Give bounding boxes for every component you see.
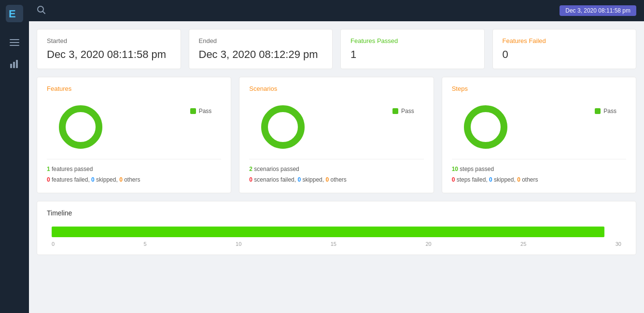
scenarios-pass-dot <box>392 108 398 114</box>
svg-point-8 <box>38 6 43 12</box>
scenarios-pass-label: Pass <box>401 108 414 114</box>
scenarios-legend: Pass <box>392 103 414 114</box>
chart-icon[interactable] <box>10 59 19 71</box>
timeline-card: Timeline 0 5 10 15 20 25 30 <box>37 201 636 255</box>
svg-rect-3 <box>10 42 19 43</box>
main-wrapper: Dec 3, 2020 08:11:58 pm Started Dec 3, 2… <box>29 0 644 313</box>
svg-point-15 <box>476 117 495 137</box>
steps-legend: Pass <box>595 103 616 114</box>
axis-15: 15 <box>331 241 336 247</box>
steps-chart-title: Steps <box>452 85 626 92</box>
axis-0: 0 <box>52 241 55 247</box>
svg-point-11 <box>71 117 90 137</box>
scenarios-stats: 2 scenarios passed 0 scenarios failed, 0… <box>249 159 423 185</box>
steps-pass-stat: 10 steps passed <box>452 164 626 175</box>
timeline-title: Timeline <box>47 209 626 217</box>
ended-value: Dec 3, 2020 08:12:29 pm <box>199 48 323 61</box>
search-icon[interactable] <box>37 5 45 16</box>
timeline-axis: 0 5 10 15 20 25 30 <box>47 241 626 247</box>
features-passed-card: Features Passed 1 <box>340 29 485 69</box>
steps-donut <box>462 103 510 151</box>
app-logo[interactable]: E <box>6 5 23 22</box>
features-failed-label: Features Failed <box>503 37 627 44</box>
features-legend: Pass <box>190 103 212 114</box>
started-label: Started <box>47 37 171 44</box>
axis-25: 25 <box>520 241 526 247</box>
scenarios-donut-area: Pass <box>249 98 423 156</box>
svg-rect-2 <box>10 39 19 40</box>
steps-legend-pass: Pass <box>595 108 616 114</box>
sidebar: E <box>0 0 29 313</box>
axis-30: 30 <box>616 241 621 247</box>
summary-row: Started Dec 3, 2020 08:11:58 pm Ended De… <box>37 29 636 69</box>
steps-stats: 10 steps passed 0 steps failed, 0 skippe… <box>452 159 626 185</box>
features-passed-label: Features Passed <box>350 37 475 44</box>
axis-10: 10 <box>236 241 241 247</box>
features-failed-card: Features Failed 0 <box>492 29 637 69</box>
main-content: Started Dec 3, 2020 08:11:58 pm Ended De… <box>29 21 644 313</box>
features-pass-dot <box>190 108 196 114</box>
scenarios-legend-pass: Pass <box>392 108 414 114</box>
started-card: Started Dec 3, 2020 08:11:58 pm <box>37 29 181 69</box>
svg-rect-6 <box>13 62 15 68</box>
axis-20: 20 <box>425 241 431 247</box>
timeline-bar <box>52 227 604 237</box>
features-pass-stat: 1 features passed <box>47 164 221 175</box>
features-donut <box>56 103 105 151</box>
steps-fail-stat: 0 steps failed, 0 skipped, 0 others <box>452 175 626 185</box>
svg-text:E: E <box>9 8 16 20</box>
scenarios-pass-stat: 2 scenarios passed <box>249 164 423 175</box>
svg-line-9 <box>43 12 45 14</box>
scenarios-chart-card: Scenarios Pass 2 scenario <box>239 77 434 193</box>
features-stats: 1 features passed 0 features failed, 0 s… <box>47 159 221 185</box>
svg-rect-4 <box>10 45 19 46</box>
svg-rect-7 <box>16 60 18 68</box>
timeline-bar-area <box>47 227 626 237</box>
features-chart-card: Features Pass 1 features <box>37 77 231 193</box>
steps-chart-card: Steps Pass 10 steps passe <box>442 77 636 193</box>
ended-label: Ended <box>199 37 323 44</box>
topbar: Dec 3, 2020 08:11:58 pm <box>29 0 644 21</box>
axis-5: 5 <box>144 241 147 247</box>
ended-card: Ended Dec 3, 2020 08:12:29 pm <box>189 29 333 69</box>
features-failed-value: 0 <box>503 48 627 61</box>
features-passed-value: 1 <box>350 48 475 61</box>
scenarios-donut <box>259 103 307 151</box>
started-value: Dec 3, 2020 08:11:58 pm <box>47 48 171 61</box>
svg-rect-5 <box>10 64 12 68</box>
features-chart-title: Features <box>47 85 221 92</box>
scenarios-chart-title: Scenarios <box>249 85 423 92</box>
charts-row: Features Pass 1 features <box>37 77 636 193</box>
steps-pass-label: Pass <box>603 108 616 114</box>
steps-donut-area: Pass <box>452 98 626 156</box>
features-pass-label: Pass <box>199 108 212 114</box>
svg-point-13 <box>273 117 293 137</box>
features-donut-area: Pass <box>47 98 221 156</box>
topbar-date-badge: Dec 3, 2020 08:11:58 pm <box>560 5 636 16</box>
steps-pass-dot <box>595 108 601 114</box>
list-icon[interactable] <box>10 38 19 49</box>
features-fail-stat: 0 features failed, 0 skipped, 0 others <box>47 175 221 185</box>
scenarios-fail-stat: 0 scenarios failed, 0 skipped, 0 others <box>249 175 423 185</box>
features-legend-pass: Pass <box>190 108 212 114</box>
